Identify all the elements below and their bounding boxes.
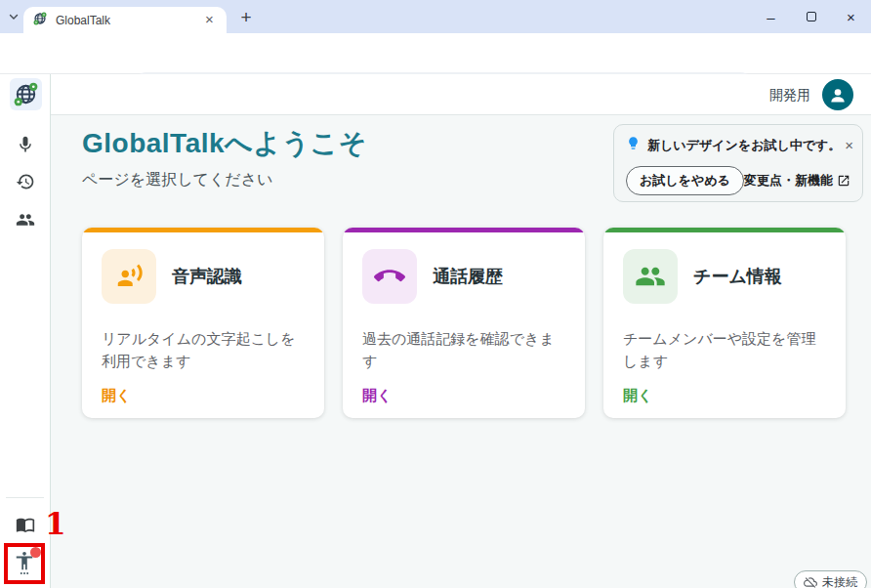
external-link-icon — [837, 174, 850, 188]
annotation-number: 1 — [45, 506, 66, 541]
sidebar: 1 — [0, 74, 51, 588]
window-maximize-button[interactable] — [791, 0, 831, 33]
card-call-history[interactable]: 通話履歴 過去の通話記録を確認できます 開く — [343, 228, 585, 418]
new-tab-button[interactable]: + — [234, 6, 258, 29]
globaltalk-logo-icon[interactable] — [10, 78, 42, 110]
lightbulb-icon — [626, 136, 641, 154]
user-label: 開発用 — [769, 74, 810, 115]
window-close-button[interactable]: × — [831, 0, 871, 33]
sidebar-item-history-icon[interactable] — [16, 172, 35, 191]
maximize-icon — [807, 12, 816, 21]
notification-message: 新しいデザインをお試し中です。 — [647, 137, 841, 154]
card-title: 音声認識 — [172, 265, 242, 288]
cloud-off-icon — [804, 575, 817, 588]
app-header: 開発用 — [0, 74, 871, 115]
changes-link[interactable]: 変更点・新機能 — [744, 172, 850, 189]
notification-close-icon[interactable]: × — [841, 137, 853, 153]
page-title: GlobalTalkへようこそ — [82, 125, 367, 162]
voice-recognition-icon — [102, 249, 156, 304]
user-avatar[interactable] — [822, 79, 853, 110]
annotation-box — [4, 543, 45, 584]
window-controls: – × — [751, 0, 871, 33]
tab-list-chevron-icon[interactable] — [4, 7, 23, 26]
card-team-info[interactable]: チーム情報 チームメンバーや設定を管理します 開く — [603, 228, 846, 418]
tab-strip: GlobalTalk × + – × — [0, 0, 871, 33]
sidebar-item-guide-icon[interactable] — [16, 515, 35, 534]
page-subtitle: ページを選択してください — [82, 170, 272, 190]
sidebar-item-microphone-icon[interactable] — [16, 135, 35, 154]
browser-tab-globaltalk[interactable]: GlobalTalk × — [23, 7, 227, 33]
team-info-icon — [623, 249, 678, 304]
card-description: 過去の通話記録を確認できます — [362, 327, 565, 373]
sidebar-item-team-icon[interactable] — [16, 210, 35, 230]
card-title: 通話履歴 — [433, 265, 503, 288]
open-link[interactable]: 開く — [362, 387, 565, 405]
window-minimize-button[interactable]: – — [751, 0, 791, 33]
feature-cards: 音声認識 リアルタイムの文字起こしを利用できます 開く 通話履歴 過去の通話記録… — [82, 228, 846, 418]
card-description: リアルタイムの文字起こしを利用できます — [102, 327, 305, 373]
card-title: チーム情報 — [693, 265, 782, 288]
tab-title: GlobalTalk — [56, 14, 201, 27]
open-link[interactable]: 開く — [623, 387, 826, 405]
call-history-icon — [362, 249, 417, 304]
design-trial-notification: 新しいデザインをお試し中です。 × お試しをやめる 変更点・新機能 — [613, 124, 863, 202]
globaltalk-favicon-icon — [32, 11, 48, 30]
tab-close-icon[interactable]: × — [201, 12, 218, 28]
browser-toolbar: stg-globaltalk.prestigein.work ⋮ — [0, 33, 871, 74]
app-content: 開発用 — [0, 74, 871, 588]
changes-link-label: 変更点・新機能 — [744, 172, 833, 189]
connection-status-badge: 未接続 — [794, 570, 867, 588]
card-voice-recognition[interactable]: 音声認識 リアルタイムの文字起こしを利用できます 開く — [82, 228, 324, 418]
browser-window: GlobalTalk × + – × stg-globaltalk.presti… — [0, 0, 871, 588]
open-link[interactable]: 開く — [102, 387, 305, 405]
card-description: チームメンバーや設定を管理します — [623, 327, 826, 373]
connection-status-label: 未接続 — [822, 574, 857, 588]
stop-trial-button[interactable]: お試しをやめる — [626, 166, 744, 195]
sidebar-divider — [6, 497, 44, 498]
